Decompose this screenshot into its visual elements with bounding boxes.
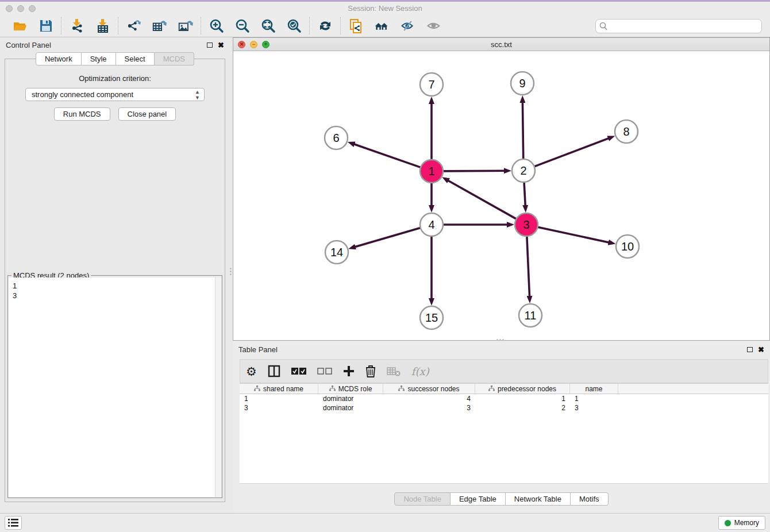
- tab-select[interactable]: Select: [116, 52, 155, 65]
- edge-4-14[interactable]: [355, 228, 421, 247]
- import-network-icon[interactable]: [69, 18, 84, 34]
- svg-text:9: 9: [519, 77, 525, 90]
- table-row[interactable]: 1dominator411: [240, 394, 768, 403]
- deselect-all-checkboxes-icon[interactable]: [317, 368, 332, 375]
- node-11[interactable]: 11: [519, 304, 542, 327]
- add-row-icon[interactable]: [343, 365, 355, 377]
- tab-network-table[interactable]: Network Table: [506, 492, 571, 506]
- import-table-icon[interactable]: [95, 18, 110, 34]
- column-type-icon: [398, 385, 405, 393]
- node-14[interactable]: 14: [325, 241, 348, 264]
- svg-text:7: 7: [428, 78, 434, 91]
- app-titlebar[interactable]: Session: New Session: [0, 2, 770, 15]
- node-9[interactable]: 9: [511, 72, 534, 95]
- node-6[interactable]: 6: [325, 126, 348, 149]
- table-row[interactable]: 3dominator323: [240, 403, 768, 413]
- cell-predecessor-nodes[interactable]: 1: [475, 394, 570, 403]
- cell-predecessor-nodes[interactable]: 2: [475, 403, 570, 413]
- zoom-out-icon[interactable]: [234, 18, 250, 34]
- cell-name[interactable]: 1: [570, 394, 618, 403]
- search-input[interactable]: [595, 19, 762, 33]
- close-panel-button[interactable]: Close panel: [118, 107, 176, 121]
- column-label: shared name: [263, 385, 303, 393]
- svg-text:1: 1: [428, 165, 434, 178]
- show-all-icon[interactable]: [426, 18, 441, 34]
- close-table-panel-icon[interactable]: ✖: [758, 346, 764, 353]
- edge-2-3[interactable]: [524, 182, 525, 206]
- float-table-panel-icon[interactable]: [747, 347, 753, 352]
- memory-button[interactable]: Memory: [718, 516, 765, 530]
- export-table-icon[interactable]: [152, 18, 167, 34]
- cell-MCDS-role[interactable]: dominator: [318, 403, 383, 413]
- node-10[interactable]: 10: [616, 235, 639, 258]
- column-header-successor-nodes[interactable]: successor nodes: [383, 384, 475, 394]
- svg-text:6: 6: [333, 132, 339, 144]
- zoom-in-icon[interactable]: [209, 18, 224, 34]
- svg-text:2: 2: [520, 164, 526, 177]
- tab-network[interactable]: Network: [36, 52, 82, 65]
- float-panel-icon[interactable]: [207, 43, 213, 48]
- tab-mcds[interactable]: MCDS: [155, 52, 194, 65]
- mcds-result-text[interactable]: 1 3: [9, 277, 215, 497]
- first-neighbors-icon[interactable]: [374, 18, 390, 34]
- cell-successor-nodes[interactable]: 4: [383, 394, 475, 403]
- tab-style[interactable]: Style: [82, 52, 116, 65]
- node-4[interactable]: 4: [420, 213, 443, 236]
- close-panel-icon[interactable]: ✖: [218, 41, 224, 49]
- network-canvas[interactable]: 7968124314101511: [233, 51, 769, 340]
- zoom-fit-icon[interactable]: [260, 18, 276, 34]
- column-header-shared-name[interactable]: shared name: [240, 384, 318, 394]
- splitter-grip-horizontal[interactable]: [494, 338, 506, 341]
- export-image-icon[interactable]: [178, 18, 193, 34]
- criterion-select[interactable]: strongly connected component ▲▼: [25, 88, 205, 101]
- edge-1-6[interactable]: [353, 144, 421, 168]
- edge-3-11[interactable]: [527, 236, 530, 297]
- open-file-icon[interactable]: [12, 18, 28, 34]
- run-mcds-button[interactable]: Run MCDS: [54, 107, 110, 121]
- edge-3-1[interactable]: [448, 180, 517, 219]
- window-title: Session: New Session: [0, 4, 770, 13]
- export-network-icon[interactable]: [126, 18, 141, 34]
- svg-text:14: 14: [330, 246, 343, 259]
- function-builder-icon[interactable]: f(x): [411, 365, 429, 377]
- cell-successor-nodes[interactable]: 3: [383, 403, 475, 413]
- task-history-button[interactable]: [5, 516, 22, 530]
- column-header-MCDS-role[interactable]: MCDS role: [318, 384, 383, 394]
- table-header-row: shared nameMCDS rolesuccessor nodesprede…: [240, 383, 768, 394]
- tab-edge-table[interactable]: Edge Table: [451, 492, 506, 506]
- node-7[interactable]: 7: [420, 73, 443, 96]
- network-window-titlebar[interactable]: ✕ – + scc.txt: [233, 38, 769, 51]
- cell-shared-name[interactable]: 1: [240, 394, 318, 403]
- save-session-icon[interactable]: [38, 18, 53, 34]
- show-column-icon[interactable]: [268, 365, 280, 377]
- table-options-gear-icon[interactable]: ⚙: [246, 365, 257, 377]
- node-2[interactable]: 2: [512, 159, 535, 182]
- splitter-grip-vertical[interactable]: [229, 265, 232, 277]
- column-header-name[interactable]: name: [570, 384, 618, 394]
- column-label: successor nodes: [407, 385, 459, 393]
- delete-row-icon[interactable]: [365, 365, 376, 377]
- duplicate-network-icon[interactable]: [348, 18, 364, 34]
- edge-2-8[interactable]: [534, 138, 609, 167]
- select-all-checkboxes-icon[interactable]: [291, 368, 306, 375]
- hide-selected-icon[interactable]: [400, 18, 415, 34]
- cell-shared-name[interactable]: 3: [240, 403, 318, 413]
- apply-layout-icon[interactable]: [317, 18, 333, 34]
- tab-motifs[interactable]: Motifs: [571, 492, 609, 506]
- node-15[interactable]: 15: [420, 306, 443, 329]
- node-1[interactable]: 1: [420, 160, 443, 183]
- zoom-selected-icon[interactable]: [286, 18, 302, 34]
- delete-table-icon[interactable]: [387, 366, 401, 376]
- mcds-result-scrollbar[interactable]: [215, 277, 221, 497]
- cell-MCDS-role[interactable]: dominator: [318, 394, 383, 403]
- edge-1-2[interactable]: [443, 171, 505, 171]
- edge-2-9[interactable]: [522, 102, 523, 159]
- column-type-icon: [329, 385, 336, 393]
- node-8[interactable]: 8: [615, 120, 638, 143]
- column-header-predecessor-nodes[interactable]: predecessor nodes: [475, 384, 570, 394]
- cell-name[interactable]: 3: [570, 403, 618, 413]
- edge-3-10[interactable]: [538, 227, 610, 242]
- tab-node-table[interactable]: Node Table: [394, 492, 451, 506]
- node-3[interactable]: 3: [515, 213, 538, 236]
- table-panel-title: Table Panel: [238, 345, 278, 354]
